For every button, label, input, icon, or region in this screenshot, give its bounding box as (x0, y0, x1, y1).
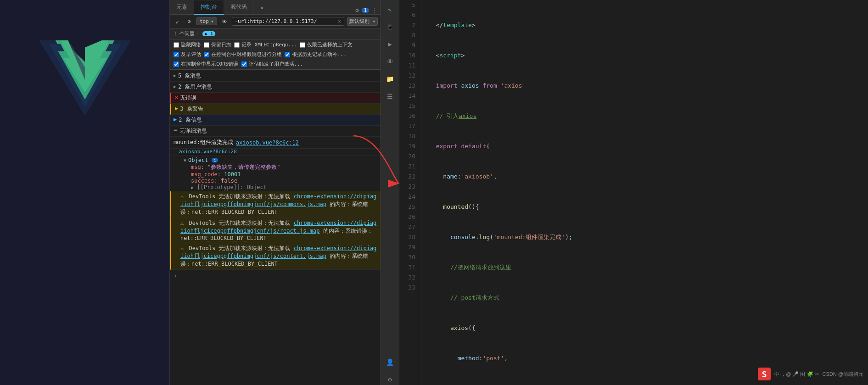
mounted-link-1[interactable]: axiosob.vue?8c6c:12 (236, 139, 299, 146)
watermark-s-logo: S (758, 368, 771, 380)
obj-prop-msg-code: msg_code: 10001 (191, 171, 377, 178)
code-line-6: <script> (429, 50, 861, 61)
code-line-15: axios({ (429, 323, 861, 333)
console-options: 隐藏网络 保留日志 记录 XMLHttpRequ... 仅限已选择的上下文 及早… (170, 39, 381, 70)
eye-icon[interactable]: 👁 (220, 17, 229, 26)
console-expand-more[interactable]: › (170, 270, 381, 281)
more-icon[interactable]: ⋮ (372, 7, 378, 14)
opt-hide-network[interactable]: 隐藏网络 (174, 41, 201, 48)
tab-more[interactable]: » (254, 2, 270, 14)
opt-cors-errors[interactable]: 在控制台中显示CORS错误 (174, 61, 239, 67)
warn-entry-1: ⚠ DevTools 无法加载来源映射：无法加载 chrome-extensio… (170, 191, 381, 218)
opt-selected-context[interactable]: 仅限已选择的上下文 (300, 41, 353, 48)
line-numbers: 5 6 7 8 9 10 11 12 13 14 15 16 17 18 19 … (399, 0, 421, 385)
vue-logo-svg (39, 37, 131, 119)
sidebar-icons-panel: ↖ 📱 ▶ 👁 📁 ☰ 👤 ⚙ (381, 0, 399, 385)
opt-group-similar[interactable]: 在控制台中对相似消息进行分组 (204, 51, 282, 58)
warn-entry-2: ⚠ DevTools 无法加载来源映射：无法加载 chrome-extensio… (170, 218, 381, 243)
sidebar-cursor-icon[interactable]: ↖ (385, 4, 396, 15)
mounted-log-entry: mounted:组件渲染完成 axiosob.vue?8c6c:12 (170, 137, 381, 149)
obj-prop-success: success: false (191, 178, 377, 184)
group-no-errors[interactable]: ✕ 无错误 (170, 93, 381, 104)
vue-logo-panel (0, 0, 170, 385)
sidebar-play-icon[interactable]: ▶ (385, 39, 396, 50)
warn-entry-3: ⚠ DevTools 无法加载来源映射：无法加载 chrome-extensio… (170, 243, 381, 270)
code-line-10: name:'axiosob', (429, 172, 861, 182)
opt-preserve-log[interactable]: 保留日志 (204, 41, 231, 48)
devtools-controls: ↙ ⊘ top ▾ 👁 -url:http://127.0.0.1:5173/ … (170, 15, 381, 28)
sidebar-folder-icon[interactable]: 📁 (385, 73, 396, 84)
code-line-14: // post请求方式 (429, 293, 861, 303)
tab-console[interactable]: 控制台 (194, 0, 224, 15)
tab-sources[interactable]: 源代码 (224, 0, 254, 14)
tab-elements[interactable]: 元素 (170, 0, 194, 14)
code-line-8: // 引入axios (429, 111, 861, 121)
settings-icon[interactable]: ⚙ (355, 7, 359, 14)
console-content: ▶ 5 条消息 ▶ 2 条用户消息 ✕ 无错误 ▶ 3 条警告 ▶ 2 条信息 … (170, 70, 381, 385)
opt-user-activation[interactable]: 评估触发了用户激活... (241, 61, 303, 67)
mounted-log-text: mounted:组件渲染完成 (174, 139, 233, 146)
object-properties: msg: "参数缺失，请传递完整参数" msg_code: 10001 succ… (184, 163, 377, 190)
sidebar-gear-icon[interactable]: ⚙ (385, 374, 396, 385)
sidebar-layers-icon[interactable]: ☰ (385, 91, 396, 102)
tab-extras: ⚙ 1 ⋮ (355, 7, 381, 14)
watermark: S 中·，@ 🎤 图 🧩 ✂ CSDN @前端初元 (758, 368, 863, 380)
sidebar-eye-icon[interactable]: 👁 (385, 56, 396, 67)
mounted-link-2-line: axiosob.vue?8c6c:28 (170, 149, 381, 156)
code-line-16: method:'post', (429, 353, 861, 363)
code-editor: 5 6 7 8 9 10 11 12 13 14 15 16 17 18 19 … (399, 0, 868, 385)
code-line-13: //把网络请求放到这里 (429, 262, 861, 273)
object-expand-block: ▼ Object i msg: "参数缺失，请传递完整参数" msg_code:… (170, 156, 381, 191)
code-line-5: </template> (429, 20, 861, 30)
notification-badge: 1 (362, 8, 369, 13)
sidebar-user-icon[interactable]: 👤 (385, 357, 396, 368)
group-2-user-messages[interactable]: ▶ 2 条用户消息 (170, 82, 381, 93)
opt-early-eval[interactable]: 及早评估 (174, 51, 201, 58)
opt-xmlhttprequest[interactable]: 记录 XMLHttpRequ... (234, 41, 297, 48)
code-line-9: export default{ (429, 141, 861, 151)
issues-badge[interactable]: ▶ 1 (202, 31, 215, 36)
devtools-panel: 元素 控制台 源代码 » ⚙ 1 ⋮ ↙ ⊘ top ▾ (170, 0, 381, 385)
group-5-messages[interactable]: ▶ 5 条消息 (170, 71, 381, 82)
code-line-7: import axios from 'axios' (429, 81, 861, 91)
top-selector[interactable]: top ▾ (196, 17, 217, 25)
devtools-main-tabs: 元素 控制台 源代码 » ⚙ 1 ⋮ (170, 0, 381, 15)
group-2-info[interactable]: ▶ 2 条信息 (170, 115, 381, 126)
code-line-11: mounted(){ (429, 202, 861, 212)
log-level-select[interactable]: 默认级别 ▾ (347, 17, 378, 26)
back-icon[interactable]: ↙ (173, 17, 182, 26)
opt-history-autocomplete[interactable]: 根据历史记录自动补... (285, 51, 347, 58)
code-lines: </template> <script> import axios from '… (421, 0, 868, 385)
watermark-credit: CSDN @前端初元 (823, 371, 863, 378)
sidebar-device-icon[interactable]: 📱 (385, 21, 396, 32)
issues-bar: 1 个问题： ▶ 1 (170, 28, 381, 39)
obj-prop-msg: msg: "参数缺失，请传递完整参数" (191, 163, 377, 171)
clear-icon[interactable]: ⊘ (185, 17, 194, 26)
object-header-row[interactable]: ▼ Object i (184, 157, 377, 163)
url-clear-btn[interactable]: ✕ (338, 18, 341, 24)
url-filter-bar[interactable]: -url:http://127.0.0.1:5173/ ✕ (232, 17, 344, 26)
obj-prop-prototype: ▶ [[Prototype]]: Object (191, 184, 377, 190)
code-line-12: console.log('mounted:组件渲染完成'); (429, 232, 861, 242)
code-content-area: 5 6 7 8 9 10 11 12 13 14 15 16 17 18 19 … (399, 0, 868, 385)
watermark-icons-text: 中·，@ 🎤 图 🧩 ✂ (774, 371, 818, 378)
mounted-link-2[interactable]: axiosob.vue?8c6c:28 (179, 149, 237, 155)
group-no-detail[interactable]: ☰ 无详细消息 (170, 126, 381, 137)
group-3-warnings[interactable]: ▶ 3 条警告 (170, 104, 381, 115)
